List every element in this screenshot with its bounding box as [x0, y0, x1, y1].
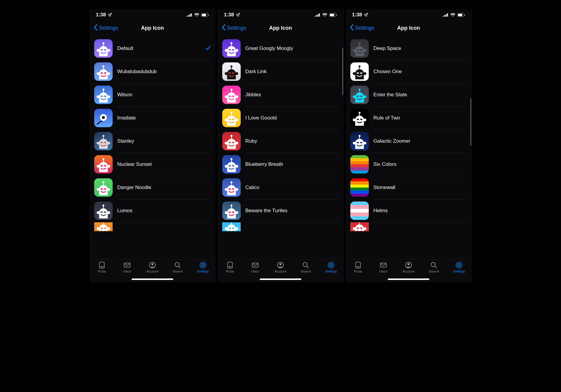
- location-arrow-icon: [364, 13, 368, 17]
- app-icon: [222, 109, 241, 127]
- tab-label: Account: [146, 270, 158, 273]
- back-label: Settings: [227, 25, 246, 31]
- back-button[interactable]: Settings: [348, 23, 376, 33]
- icon-option-row[interactable]: Six Colors: [346, 153, 472, 176]
- tab-inbox[interactable]: Inbox: [245, 261, 266, 273]
- search-icon: [174, 261, 182, 269]
- back-button[interactable]: Settings: [92, 23, 120, 33]
- svg-rect-72: [231, 90, 231, 92]
- tab-account[interactable]: Account: [142, 261, 163, 273]
- svg-line-165: [461, 267, 461, 267]
- svg-line-49: [204, 267, 205, 267]
- icon-option-row[interactable]: Enter the State: [346, 83, 472, 106]
- tab-label: Posts: [354, 270, 362, 273]
- icon-option-label: Stonewall: [374, 185, 467, 191]
- tab-inbox[interactable]: Inbox: [373, 261, 394, 273]
- icon-list[interactable]: Great Googly MooglyDark LinkJibblesI Lov…: [218, 35, 344, 259]
- scrollbar[interactable]: [342, 48, 343, 95]
- posts-icon: [226, 261, 234, 269]
- svg-rect-116: [445, 14, 447, 17]
- wifi-icon: [322, 13, 327, 17]
- back-button[interactable]: Settings: [220, 23, 248, 33]
- tab-account[interactable]: Account: [270, 261, 291, 273]
- svg-rect-5: [202, 14, 206, 16]
- icon-option-row[interactable]: Galactic Zoomer: [346, 130, 472, 153]
- icon-option-label: Nuclear Sunset: [117, 161, 211, 167]
- icon-option-row[interactable]: Wilson: [89, 83, 216, 106]
- tab-settings[interactable]: Settings: [321, 261, 341, 273]
- icon-option-label: Irradiate: [117, 115, 211, 121]
- icon-option-row[interactable]: Stonewall: [346, 176, 472, 199]
- app-icon: [350, 222, 369, 231]
- icon-option-row[interactable]: Stanley: [89, 130, 216, 153]
- icon-list[interactable]: DefaultWubalubadubdubWilsonIrradiateStan…: [89, 35, 216, 259]
- icon-option-row[interactable]: Ruby: [218, 130, 344, 153]
- icon-option-row[interactable]: Rule of Two: [346, 106, 472, 130]
- status-bar: 1:38: [89, 9, 216, 21]
- tab-label: Settings: [453, 270, 465, 273]
- icon-option-row[interactable]: Irradiate: [89, 106, 216, 130]
- tab-search[interactable]: Search: [423, 261, 444, 273]
- settings-icon: [455, 261, 463, 269]
- icon-option-row[interactable]: Lumos: [89, 199, 216, 222]
- svg-rect-157: [356, 262, 360, 268]
- icon-option-label: Galactic Zoomer: [374, 138, 467, 144]
- tab-account[interactable]: Account: [398, 261, 419, 273]
- tab-posts[interactable]: Posts: [348, 261, 368, 273]
- tab-settings[interactable]: Settings: [449, 261, 469, 273]
- icon-option-row[interactable]: Danger Noodle: [89, 176, 216, 199]
- tab-inbox[interactable]: Inbox: [117, 261, 138, 273]
- scrollbar[interactable]: [470, 98, 471, 146]
- tab-posts[interactable]: Posts: [92, 261, 112, 273]
- tab-label: Search: [173, 270, 183, 273]
- tab-settings[interactable]: Settings: [193, 261, 213, 273]
- tab-posts[interactable]: Posts: [220, 261, 240, 273]
- svg-rect-16: [103, 90, 103, 92]
- icon-option-row[interactable]: Chosen One: [346, 60, 472, 83]
- account-icon: [277, 261, 284, 269]
- signal-icon: [442, 13, 448, 17]
- tab-search[interactable]: Search: [295, 261, 316, 273]
- icon-option-row[interactable]: Helms: [346, 199, 472, 222]
- home-indicator[interactable]: [132, 278, 173, 280]
- icon-option-row[interactable]: Blueberry Breath: [218, 153, 344, 176]
- status-bar: 1:38: [346, 9, 472, 21]
- app-icon: [350, 132, 369, 150]
- svg-rect-26: [103, 160, 103, 162]
- svg-line-169: [457, 263, 458, 264]
- icon-option-row[interactable]: Jibbles: [218, 83, 344, 106]
- icon-option-row[interactable]: I Love Gooold: [218, 106, 344, 130]
- icon-option-row[interactable]: Dark Link: [218, 60, 344, 83]
- svg-point-47: [202, 264, 204, 266]
- chevron-back-icon: [94, 24, 98, 32]
- svg-rect-88: [231, 183, 231, 185]
- icon-option-row[interactable]: Beware the Turtles: [218, 199, 344, 222]
- svg-point-161: [408, 263, 410, 265]
- icon-option-row[interactable]: Great Googly Moogly: [218, 37, 344, 60]
- icon-option-row[interactable]: Default: [89, 37, 216, 60]
- tab-label: Search: [301, 270, 311, 273]
- icon-option-row-partial[interactable]: [218, 222, 344, 231]
- svg-rect-96: [231, 222, 231, 224]
- icon-option-row[interactable]: Deep Space: [346, 37, 472, 60]
- icon-option-row[interactable]: Calico: [218, 176, 344, 199]
- icon-option-row-partial[interactable]: [89, 222, 216, 231]
- signal-icon: [314, 13, 320, 17]
- icon-list[interactable]: Deep SpaceChosen OneEnter the StateRule …: [346, 35, 472, 259]
- back-label: Settings: [99, 25, 118, 31]
- home-indicator[interactable]: [260, 278, 301, 280]
- svg-point-103: [280, 263, 282, 265]
- svg-point-45: [152, 263, 154, 265]
- app-icon: [94, 39, 113, 58]
- tab-search[interactable]: Search: [167, 261, 188, 273]
- svg-rect-100: [229, 266, 231, 267]
- icon-option-row[interactable]: Wubalubadubdub: [89, 60, 216, 83]
- icon-option-row[interactable]: Nuclear Sunset: [89, 153, 216, 176]
- icon-option-label: Wilson: [117, 92, 211, 98]
- home-indicator[interactable]: [388, 278, 429, 280]
- inbox-icon: [251, 261, 259, 269]
- app-icon: [94, 62, 113, 81]
- svg-line-171: [461, 263, 461, 264]
- icon-option-row-partial[interactable]: [346, 222, 472, 231]
- svg-rect-92: [231, 206, 231, 208]
